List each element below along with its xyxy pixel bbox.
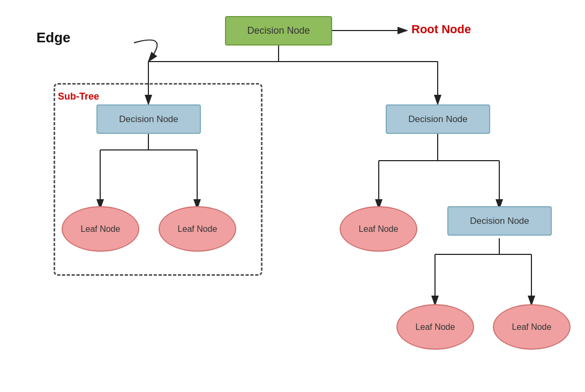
left-decision-node: Decision Node: [96, 104, 201, 134]
right-leaf-node-1: Leaf Node: [340, 206, 417, 252]
root-node-label: Root Node: [411, 22, 471, 36]
left-leaf-node-1: Leaf Node: [62, 206, 139, 252]
left-leaf-node-2: Leaf Node: [159, 206, 236, 252]
subtree-label: Sub-Tree: [58, 91, 99, 102]
bottom-leaf-node-1-label: Leaf Node: [416, 322, 455, 332]
right-second-decision-node: Decision Node: [447, 206, 552, 236]
diagram-container: Sub-Tree Edge Root Node Decision Node De…: [0, 0, 585, 392]
left-decision-node-label: Decision Node: [119, 114, 178, 125]
right-decision-node: Decision Node: [386, 104, 490, 134]
bottom-leaf-node-2-label: Leaf Node: [512, 322, 552, 332]
right-decision-node-label: Decision Node: [408, 114, 468, 125]
right-leaf-node-1-label: Leaf Node: [359, 224, 399, 234]
edge-label: Edge: [36, 29, 71, 46]
left-leaf-node-1-label: Leaf Node: [81, 224, 121, 234]
root-decision-node: Decision Node: [225, 16, 332, 46]
bottom-leaf-node-2: Leaf Node: [493, 304, 571, 350]
bottom-leaf-node-1: Leaf Node: [396, 304, 474, 350]
root-decision-node-label: Decision Node: [247, 25, 310, 36]
right-second-decision-node-label: Decision Node: [470, 216, 529, 227]
left-leaf-node-2-label: Leaf Node: [178, 224, 218, 234]
